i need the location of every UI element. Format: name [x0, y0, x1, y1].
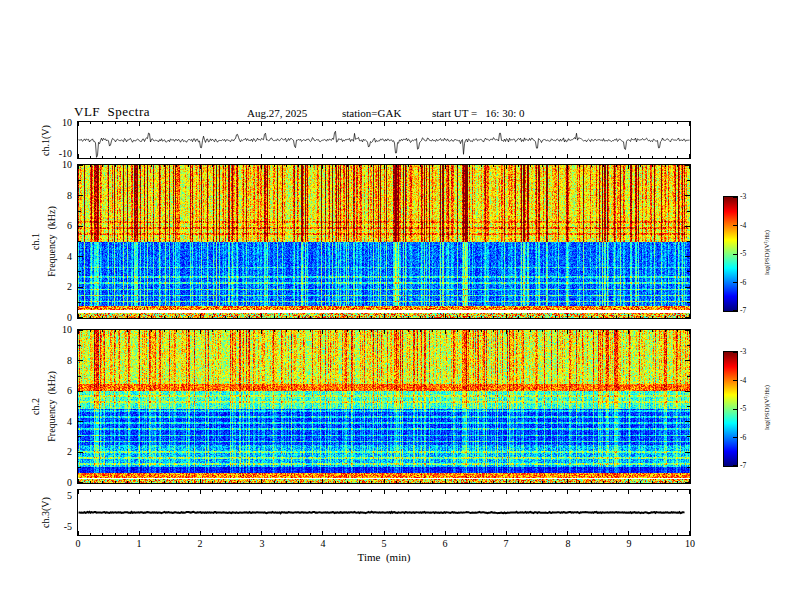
x-tick-label: 3 — [250, 538, 274, 550]
x-tick-label: 10 — [678, 538, 702, 550]
x-tick-label: 4 — [311, 538, 335, 550]
colorbar1-tick: -6 — [740, 278, 758, 287]
colorbar1-tick: -5 — [740, 249, 758, 258]
colorbar-1 — [723, 196, 738, 312]
x-tick-label: 0 — [66, 538, 90, 550]
ch1-frequency-axis-label: Frequency (kHz) — [46, 187, 59, 297]
header-station: station=GAK — [342, 107, 401, 119]
ch3-voltage-axis-label: ch.3(V) — [40, 463, 53, 563]
colorbar1-tick: -4 — [740, 221, 758, 230]
x-tick-label: 1 — [127, 538, 151, 550]
colorbar2-tick: -7 — [740, 461, 758, 470]
colorbar2-tick: -5 — [740, 404, 758, 413]
x-tick-label: 9 — [617, 538, 641, 550]
colorbar2-tick: -3 — [740, 347, 758, 356]
header-start-ut: start UT = 16: 30: 0 — [432, 107, 524, 119]
ch1-spec-ytick: 0 — [44, 312, 72, 324]
colorbar1-tick: -7 — [740, 306, 758, 315]
ch1-voltage-axis-label: ch.1(V) — [40, 91, 53, 191]
ch3-waveform-canvas — [77, 489, 691, 536]
colorbar-2 — [723, 351, 738, 467]
colorbar2-tick: -6 — [740, 433, 758, 442]
vlf-spectra-figure: VLF Spectra Aug.27, 2025 station=GAK sta… — [0, 0, 792, 612]
x-tick-label: 5 — [372, 538, 396, 550]
ch1-channel-label: ch.1 — [30, 192, 43, 292]
ch1-waveform-canvas — [77, 121, 691, 159]
ch2-frequency-axis-label: Frequency (kHz) — [46, 352, 59, 462]
x-tick-label: 8 — [556, 538, 580, 550]
colorbar1-title: log(PSD)(V²/Hz) — [760, 213, 773, 293]
header-date: Aug.27, 2025 — [247, 107, 307, 119]
x-tick-label: 7 — [494, 538, 518, 550]
ch1-spec-ytick: 10 — [44, 159, 72, 171]
colorbar1-tick: -3 — [740, 192, 758, 201]
time-axis-label: Time (min) — [344, 551, 424, 563]
ch1-spectrogram-canvas — [77, 164, 691, 319]
x-tick-label: 2 — [188, 538, 212, 550]
ch2-spectrogram-canvas — [77, 329, 691, 484]
figure-title: VLF Spectra — [74, 104, 150, 120]
ch2-channel-label: ch.2 — [30, 357, 43, 457]
colorbar2-title: log(PSD)(V²/Hz) — [760, 368, 773, 448]
ch2-spec-ytick: 10 — [44, 324, 72, 336]
colorbar2-tick: -4 — [740, 376, 758, 385]
x-tick-label: 6 — [433, 538, 457, 550]
